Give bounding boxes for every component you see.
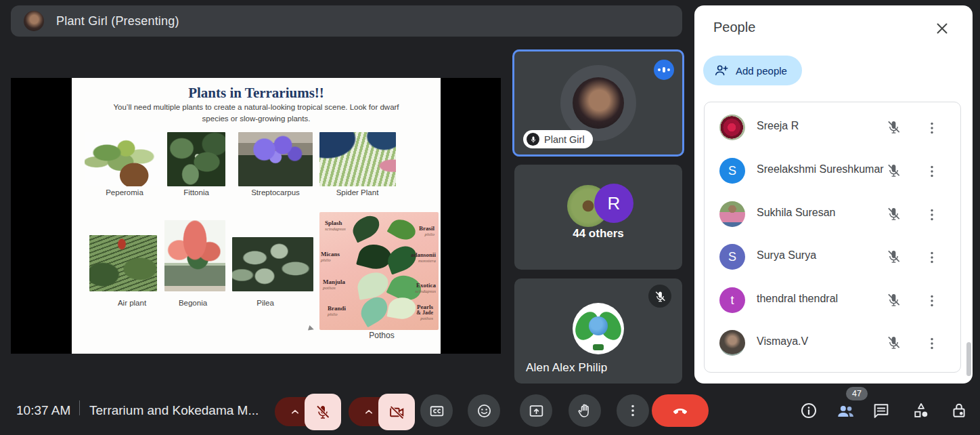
speaker-name-pill: Plant Girl bbox=[523, 130, 593, 148]
activities-button[interactable] bbox=[912, 401, 931, 420]
avatar bbox=[719, 115, 745, 140]
collage-caption: Pothos bbox=[369, 331, 394, 340]
mouse-cursor bbox=[308, 325, 315, 332]
collage-label: Splash scindapsus bbox=[325, 220, 346, 232]
participant-more-button[interactable] bbox=[924, 163, 941, 180]
host-controls-button[interactable] bbox=[950, 401, 968, 420]
leaf-illustration bbox=[349, 213, 384, 243]
participant-logo-avatar bbox=[573, 303, 624, 354]
participant-name: Sukhila Suresan bbox=[757, 207, 836, 219]
camera-toggle-button[interactable] bbox=[378, 394, 415, 430]
chat-button[interactable] bbox=[872, 401, 891, 420]
presenter-avatar bbox=[24, 11, 44, 31]
collage-label: Exotica scindapsus bbox=[390, 283, 436, 294]
plant-label: Peperomia bbox=[106, 188, 143, 196]
participant-more-button[interactable] bbox=[924, 292, 941, 310]
activities-icon bbox=[912, 401, 931, 420]
participant-row: Sreeja R bbox=[705, 115, 960, 140]
camera-off-icon bbox=[388, 404, 405, 421]
participant-row: S Sreelakshmi Sureshkumar bbox=[705, 158, 960, 184]
others-count-label: 44 others bbox=[514, 227, 682, 241]
cc-icon bbox=[428, 402, 445, 419]
meeting-details-button[interactable] bbox=[799, 401, 818, 420]
plant-label: Begonia bbox=[179, 299, 207, 307]
chat-icon bbox=[872, 401, 891, 420]
participant-name: Alen Alex Philip bbox=[526, 361, 607, 375]
participant-name: Sreeja R bbox=[757, 120, 799, 132]
plant-image-spider-plant bbox=[319, 132, 396, 186]
reactions-button[interactable] bbox=[468, 394, 500, 427]
collage-label: adansonii monstera bbox=[382, 252, 436, 264]
hand-icon bbox=[577, 402, 594, 419]
plant-image-fittonia bbox=[167, 132, 225, 186]
participant-more-button[interactable] bbox=[924, 119, 941, 137]
leaf-illustration bbox=[355, 270, 391, 299]
people-panel-title: People bbox=[713, 20, 755, 35]
mic-toggle-button[interactable] bbox=[305, 394, 341, 430]
participant-row: Sukhila Suresan bbox=[705, 201, 960, 227]
more-options-button[interactable] bbox=[617, 394, 649, 427]
participant-name: Sreelakshmi Sureshkumar bbox=[757, 163, 884, 175]
plant-label: Air plant bbox=[118, 299, 146, 307]
avatar bbox=[719, 330, 745, 356]
present-screen-icon bbox=[528, 402, 545, 419]
smiley-icon bbox=[476, 402, 493, 419]
participant-name: thendral thendral bbox=[757, 293, 838, 305]
clock: 10:37 AM bbox=[16, 403, 70, 418]
mic-off-icon bbox=[886, 249, 901, 264]
presenting-banner-title: Plant Girl (Presenting) bbox=[56, 14, 179, 28]
plant-label: Pilea bbox=[257, 299, 274, 307]
mic-off-icon bbox=[886, 335, 901, 350]
avatar: t bbox=[719, 287, 745, 313]
video-tile-alen[interactable]: Alen Alex Philip bbox=[514, 278, 682, 384]
shared-slide: Plants in Terrariums!! You’ll need multi… bbox=[72, 78, 441, 354]
participant-count-badge: 47 bbox=[846, 387, 868, 400]
phone-hangup-icon bbox=[671, 401, 690, 420]
mic-off-icon bbox=[886, 119, 901, 135]
mic-off-icon bbox=[886, 163, 901, 178]
plant-image-pilea bbox=[232, 237, 313, 291]
mic-off-icon bbox=[648, 285, 671, 308]
collage-label: Brandi philo bbox=[328, 306, 346, 317]
collage-label: Manjula pothos bbox=[323, 279, 345, 291]
speaker-name: Plant Girl bbox=[544, 134, 585, 145]
video-tile-others[interactable]: R 44 others bbox=[514, 165, 682, 270]
divider bbox=[79, 400, 80, 415]
person-add-icon bbox=[714, 63, 729, 78]
tile-more-button[interactable] bbox=[654, 60, 674, 80]
people-icon bbox=[836, 401, 855, 421]
present-button[interactable] bbox=[520, 394, 552, 427]
plant-label: Fittonia bbox=[183, 188, 209, 196]
end-call-button[interactable] bbox=[652, 394, 709, 427]
plant-label: Spider Plant bbox=[336, 188, 379, 196]
presenting-banner[interactable]: Plant Girl (Presenting) bbox=[11, 5, 682, 37]
collage-label: Pearls & Jade pothos bbox=[390, 304, 433, 321]
panel-scrollbar[interactable] bbox=[966, 342, 971, 376]
add-people-button[interactable]: Add people bbox=[703, 56, 802, 85]
mic-off-icon bbox=[315, 404, 331, 420]
participant-row: S Surya Surya bbox=[705, 244, 960, 270]
participant-more-button[interactable] bbox=[924, 206, 941, 224]
mic-off-icon bbox=[886, 292, 901, 308]
avatar bbox=[719, 201, 745, 227]
people-panel: People Add people Sreeja R S Sreelakshmi… bbox=[694, 5, 973, 384]
people-button[interactable] bbox=[836, 401, 855, 420]
captions-button[interactable] bbox=[420, 394, 453, 427]
collage-label: Micans philo bbox=[321, 251, 340, 263]
video-tile-plant-girl[interactable]: Plant Girl bbox=[512, 49, 684, 157]
slide-title: Plants in Terrariums!! bbox=[72, 85, 441, 102]
raise-hand-button[interactable] bbox=[569, 394, 601, 427]
participant-avatar bbox=[573, 77, 624, 129]
participant-more-button[interactable] bbox=[924, 335, 941, 352]
others-avatar-initial: R bbox=[594, 184, 633, 223]
mic-on-icon bbox=[527, 133, 539, 146]
plant-image-streptocarpus bbox=[238, 132, 313, 186]
participant-more-button[interactable] bbox=[924, 249, 941, 266]
avatar: S bbox=[719, 158, 745, 184]
close-icon[interactable] bbox=[933, 19, 952, 38]
plant-image-begonia bbox=[164, 220, 225, 291]
mic-off-icon bbox=[886, 206, 901, 222]
avatar: S bbox=[719, 244, 745, 270]
pothos-collage: Splash scindapsus Brasil philo Micans ph… bbox=[319, 212, 439, 330]
lock-icon bbox=[950, 401, 968, 420]
